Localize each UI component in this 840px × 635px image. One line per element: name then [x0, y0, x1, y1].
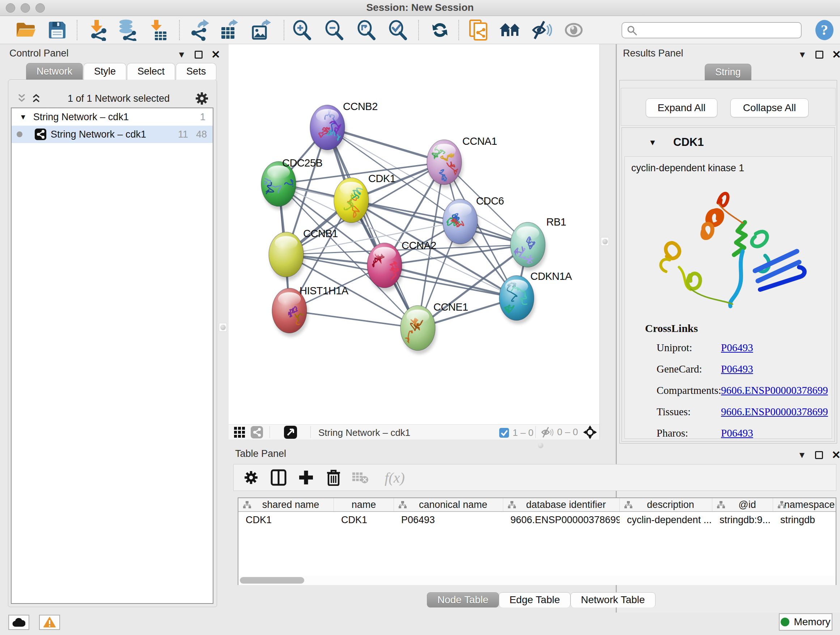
network-node-CCNE1[interactable]: CCNE1 [401, 301, 468, 354]
zoom-selected-button[interactable] [386, 19, 409, 42]
tab-network[interactable]: Network [26, 63, 83, 80]
column-header-canonicalname[interactable]: canonical name [394, 498, 503, 511]
node-table[interactable]: shared namenamecanonical namedatabase id… [238, 497, 836, 585]
tab-style[interactable]: Style [84, 63, 126, 80]
selected-checkbox-icon[interactable] [499, 428, 509, 438]
network-graph[interactable]: CCNB2CCNA1CDC25BCDK1CDC6RB1CCNB1CCNA2CDK… [229, 44, 600, 424]
close-panel-icon[interactable]: ✕ [211, 49, 220, 60]
function-builder-button[interactable]: f(x) [378, 467, 411, 488]
column-header-description[interactable]: description [620, 498, 712, 511]
show-all-networks-button[interactable] [499, 19, 522, 42]
expand-all-icon[interactable] [30, 93, 43, 104]
import-network-from-database-button[interactable] [116, 19, 139, 42]
export-table-button[interactable] [218, 19, 241, 42]
help-button[interactable]: ? [813, 19, 836, 42]
birds-eye-view-button[interactable] [282, 425, 299, 440]
table-row[interactable]: CDK1CDK1P064939606.ENSP00000378699cyclin… [238, 512, 836, 528]
table-cell[interactable]: P06493 [394, 512, 503, 528]
export-network-button[interactable] [188, 19, 211, 42]
section-collapse-icon[interactable]: ▼ [649, 138, 657, 147]
apply-layout-button[interactable] [428, 19, 452, 42]
network-node-CCNB1[interactable]: CCNB1 [269, 228, 338, 280]
zoom-fit-button[interactable] [355, 19, 378, 42]
network-mode-button[interactable] [249, 425, 265, 440]
close-window-button[interactable] [6, 3, 15, 13]
delete-table-button[interactable] [350, 467, 370, 488]
tab-node-table[interactable]: Node Table [427, 592, 499, 608]
table-cell[interactable]: cyclin-dependent ... [620, 512, 712, 528]
table-cell[interactable]: CDK1 [238, 512, 334, 528]
table-horizontal-scrollbar[interactable] [238, 576, 836, 585]
delete-column-button[interactable] [324, 467, 344, 488]
hide-selected-button[interactable] [531, 19, 554, 42]
collapse-triangle-icon[interactable]: ▼ [19, 113, 27, 121]
network-node-CDC6[interactable]: CDC6 [443, 195, 504, 248]
tab-network-table[interactable]: Network Table [570, 592, 655, 608]
tab-select[interactable]: Select [127, 63, 175, 80]
import-table-button[interactable] [146, 19, 169, 42]
import-network-file-button[interactable] [86, 19, 109, 42]
column-header-sharedname[interactable]: shared name [238, 498, 334, 511]
tab-sets[interactable]: Sets [176, 63, 216, 80]
search-field[interactable] [640, 24, 801, 37]
collapse-all-icon[interactable] [16, 93, 28, 104]
close-panel-icon[interactable]: ✕ [832, 49, 840, 60]
search-input[interactable] [622, 22, 802, 38]
crosslink-link[interactable]: 9606.ENSP00000378699 [721, 385, 828, 396]
network-node-CDC25B[interactable]: CDC25B [257, 157, 322, 210]
save-session-button[interactable] [46, 19, 69, 42]
network-view-canvas[interactable]: CCNB2CCNA1CDC25BCDK1CDC6RB1CCNB1CCNA2CDK… [229, 44, 600, 424]
column-header-id[interactable]: @id [712, 498, 773, 511]
float-panel-icon[interactable] [195, 51, 202, 59]
network-node-CCNB2[interactable]: CCNB2 [310, 101, 378, 154]
show-columns-button[interactable] [268, 467, 289, 488]
float-panel-icon[interactable] [815, 51, 823, 59]
panel-menu-icon[interactable]: ▼ [177, 50, 186, 59]
zoom-out-button[interactable] [322, 19, 346, 42]
panel-menu-icon[interactable]: ▼ [798, 451, 806, 459]
table-cell[interactable]: stringdb [773, 512, 836, 528]
network-collection-row[interactable]: ▼ String Network – cdk1 1 [11, 108, 213, 126]
gear-icon[interactable] [195, 91, 209, 106]
minimize-window-button[interactable] [21, 3, 30, 13]
table-cell[interactable]: 9606.ENSP00000378699 [503, 512, 620, 528]
create-column-button[interactable] [296, 467, 316, 488]
warnings-button[interactable] [39, 615, 60, 630]
network-node-CDK1[interactable]: CDK1 [334, 173, 395, 226]
cloud-status-button[interactable] [8, 615, 29, 630]
open-session-button[interactable] [14, 19, 37, 42]
memory-button[interactable]: Memory [779, 613, 832, 631]
float-panel-icon[interactable] [815, 451, 823, 459]
collapse-all-button[interactable]: Collapse All [730, 98, 808, 117]
column-header-name[interactable]: name [334, 498, 394, 511]
network-row[interactable]: String Network – cdk1 11 48 [11, 126, 213, 143]
selection-mode-button[interactable] [582, 425, 598, 440]
export-image-button[interactable] [249, 19, 273, 42]
network-node-CCNA2[interactable]: CCNA2 [367, 240, 436, 291]
table-cell[interactable]: CDK1 [334, 512, 394, 528]
expand-all-button[interactable]: Expand All [646, 98, 717, 117]
network-edge[interactable] [327, 127, 418, 328]
crosslink-link[interactable]: P06493 [721, 342, 753, 354]
horizontal-splitter-handle[interactable] [538, 443, 543, 448]
left-splitter-handle[interactable] [219, 323, 227, 332]
clone-network-button[interactable] [467, 19, 490, 42]
network-edge[interactable] [289, 310, 418, 328]
tab-edge-table[interactable]: Edge Table [499, 592, 570, 608]
zoom-window-button[interactable] [35, 3, 45, 13]
table-cell[interactable]: stringdb:9... [712, 512, 773, 528]
zoom-in-button[interactable] [290, 19, 313, 42]
tab-string[interactable]: String [705, 64, 752, 80]
grid-mode-button[interactable] [232, 425, 248, 440]
network-node-RB1[interactable]: RB1 [510, 216, 566, 271]
column-header-databaseidentifier[interactable]: database identifier [503, 498, 620, 511]
right-splitter-handle[interactable] [601, 237, 609, 246]
crosslink-link[interactable]: P06493 [721, 427, 753, 439]
window-controls[interactable] [6, 3, 45, 13]
close-panel-icon[interactable]: ✕ [832, 450, 840, 461]
panel-menu-icon[interactable]: ▼ [798, 50, 807, 59]
crosslink-link[interactable]: 9606.ENSP00000378699 [721, 406, 828, 418]
scrollbar-thumb[interactable] [240, 577, 304, 584]
network-node-HIST1H1A[interactable]: HIST1H1A [272, 285, 349, 337]
show-hidden-button[interactable] [562, 19, 585, 42]
